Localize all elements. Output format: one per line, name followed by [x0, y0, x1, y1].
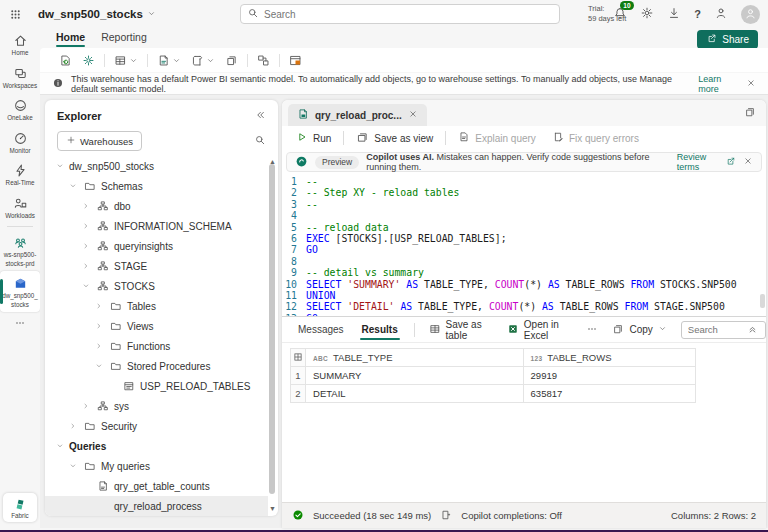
tree-item-sys[interactable]: sys — [45, 396, 268, 416]
code-line: 12SELECT 'DETAIL' AS TABLE_TYPE, COUNT(*… — [282, 301, 766, 312]
chevron-right-icon[interactable] — [94, 342, 104, 350]
chevron-right-icon[interactable] — [81, 242, 91, 250]
chevron-right-icon[interactable] — [81, 262, 91, 270]
nav-home[interactable]: Home — [0, 28, 40, 61]
tree-item-tables[interactable]: Tables — [45, 296, 268, 316]
review-terms-link[interactable]: Review terms — [677, 152, 736, 172]
help-button[interactable]: ? — [694, 8, 701, 20]
tab-results[interactable]: Results — [360, 319, 400, 340]
avatar-person-icon — [744, 7, 757, 22]
scroll-down-icon[interactable]: ▼ — [269, 505, 276, 512]
tree-item-dw-snp500-stocks[interactable]: dw_snp500_stocks — [45, 156, 268, 176]
model-layout-button[interactable] — [257, 54, 270, 67]
table-row[interactable]: 2DETAIL635817 — [291, 385, 696, 403]
tree-item-qry-get-table-counts[interactable]: qry_get_table_counts — [45, 476, 268, 496]
chevron-right-icon[interactable] — [81, 222, 91, 230]
item-title-menu[interactable]: dw_snp500_stocks — [38, 8, 156, 20]
tree-item-views[interactable]: Views — [45, 316, 268, 336]
chevron-right-icon[interactable] — [94, 322, 104, 330]
explorer-scrollbar[interactable] — [269, 158, 276, 500]
chevron-down-icon[interactable] — [55, 162, 65, 170]
nav-dw-snp500-stocks[interactable]: dw_snp500_stocks — [0, 271, 40, 312]
fabric-home-button[interactable]: Fabric — [3, 493, 37, 522]
tree-item-stage[interactable]: STAGE — [45, 256, 268, 276]
collapse-explorer-icon[interactable] — [254, 109, 266, 123]
table-row[interactable]: 1SUMMARY29919 — [291, 367, 696, 385]
app-launcher-icon[interactable] — [0, 8, 30, 21]
chevron-down-icon[interactable] — [68, 462, 78, 470]
tree-item-queryinsights[interactable]: queryinsights — [45, 236, 268, 256]
global-search[interactable] — [240, 4, 560, 24]
add-warehouses-button[interactable]: Warehouses — [57, 131, 142, 151]
chevron-down-icon[interactable] — [94, 362, 104, 370]
nav-monitor[interactable]: Monitor — [0, 126, 40, 159]
tab-home[interactable]: Home — [48, 29, 93, 47]
copilot-banner-close-icon[interactable] — [743, 156, 753, 168]
settings-gear-teal-button[interactable] — [82, 54, 95, 67]
banner-close-icon[interactable] — [746, 78, 756, 90]
tree-item-stored-procedures[interactable]: Stored Procedures — [45, 356, 268, 376]
table-cell: DETAIL — [306, 385, 524, 403]
fix-query-errors-button[interactable]: Fix query errors — [548, 129, 643, 147]
tree-item-security[interactable]: Security — [45, 416, 268, 436]
editor-scrollbar[interactable] — [760, 294, 765, 308]
chevron-right-icon[interactable] — [94, 302, 104, 310]
explorer-search-icon[interactable] — [254, 134, 266, 148]
open-in-excel-button[interactable]: Open in Excel — [507, 319, 573, 341]
share-button[interactable]: Share — [697, 30, 758, 49]
chevron-right-icon[interactable] — [68, 422, 78, 430]
folder-icon — [82, 420, 97, 432]
account-avatar[interactable] — [741, 5, 760, 24]
script-button[interactable] — [191, 54, 215, 67]
query-tab-title: qry_reload_proc... — [315, 110, 402, 121]
tree-item-functions[interactable]: Functions — [45, 336, 268, 356]
copy-button[interactable]: Copy — [612, 323, 666, 337]
download-button[interactable] — [667, 6, 681, 22]
chevron-right-icon[interactable] — [81, 202, 91, 210]
scroll-up-icon[interactable]: ▲ — [269, 158, 276, 165]
chevron-down-icon[interactable] — [55, 442, 65, 450]
duplicate-tab-icon[interactable] — [744, 106, 756, 120]
new-table-button[interactable] — [114, 54, 138, 67]
run-button[interactable]: Run — [292, 129, 335, 147]
tree-item-stocks[interactable]: STOCKS — [45, 276, 268, 296]
notifications-button[interactable]: 10 — [613, 6, 627, 22]
tab-messages[interactable]: Messages — [296, 319, 346, 340]
chevron-right-icon[interactable] — [81, 402, 91, 410]
tree-item-my-queries[interactable]: My queries — [45, 456, 268, 476]
fix-errors-icon — [552, 131, 564, 145]
column-header-table_type[interactable]: ABCTABLE_TYPE — [306, 349, 524, 367]
new-sql-query-button[interactable] — [157, 54, 181, 67]
feedback-button[interactable] — [714, 6, 728, 22]
query-tab[interactable]: qry_reload_proc... — [288, 104, 427, 126]
save-as-table-button[interactable]: Save as table — [429, 319, 493, 341]
nav-workloads[interactable]: Workloads — [0, 191, 40, 224]
settings-button[interactable] — [640, 6, 654, 22]
chevron-down-icon[interactable] — [68, 182, 78, 190]
chevron-down-icon[interactable] — [81, 282, 91, 290]
tab-reporting[interactable]: Reporting — [93, 29, 155, 47]
nav-more-button[interactable] — [0, 312, 40, 333]
explain-query-button[interactable]: Explain query — [454, 129, 540, 147]
column-header-table_rows[interactable]: 123TABLE_ROWS — [523, 349, 695, 367]
tree-item-dbo[interactable]: dbo — [45, 196, 268, 216]
tree-item-schemas[interactable]: Schemas — [45, 176, 268, 196]
nav-ws-snp500-stocks-prd[interactable]: ws-snp500-stocks-prd — [0, 230, 40, 271]
nav-real-time[interactable]: Real-Time — [0, 158, 40, 191]
copy-pages-button[interactable] — [225, 54, 238, 67]
doc-refresh-button[interactable] — [59, 54, 72, 67]
collapse-results-icon[interactable] — [747, 323, 758, 336]
tree-item-usp-reload-tables[interactable]: USP_RELOAD_TABLES — [45, 376, 268, 396]
tree-item-qry-reload-process[interactable]: qry_reload_process — [45, 496, 268, 516]
save-as-view-button[interactable]: Save as view — [352, 129, 437, 148]
close-tab-icon[interactable] — [408, 109, 418, 121]
open-window-button[interactable] — [289, 54, 302, 67]
results-overflow-button[interactable] — [586, 323, 598, 337]
sql-code-editor[interactable]: 1--2-- Step XY - reload tables3--45-- re… — [282, 174, 766, 316]
learn-more-link[interactable]: Learn more — [698, 74, 739, 94]
global-search-input[interactable] — [264, 9, 553, 20]
nav-onelake[interactable]: OneLake — [0, 93, 40, 126]
nav-workspaces[interactable]: Workspaces — [0, 61, 40, 94]
tree-item-information-schema[interactable]: INFORMATION_SCHEMA — [45, 216, 268, 236]
tree-item-queries[interactable]: Queries — [45, 436, 268, 456]
